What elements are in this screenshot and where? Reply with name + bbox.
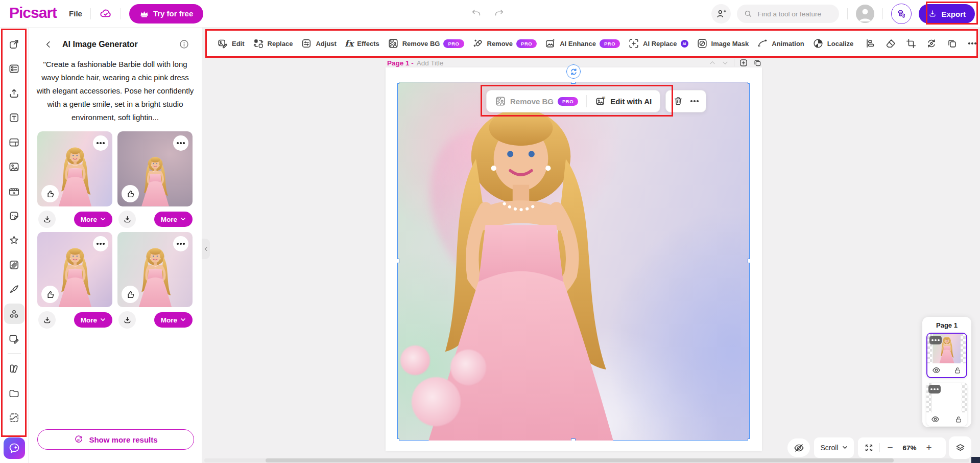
like-button[interactable] — [41, 286, 59, 303]
more-button[interactable]: More — [74, 312, 112, 328]
float-edit-with-ai-button[interactable]: AI Edit with AI — [595, 96, 652, 107]
folders-icon[interactable] — [4, 383, 25, 403]
page-down-icon[interactable] — [721, 59, 729, 67]
horizontal-scrollbar[interactable] — [204, 458, 969, 462]
more-button[interactable]: More — [154, 212, 193, 227]
resize-icon[interactable] — [4, 34, 25, 54]
zoom-level[interactable]: 67% — [900, 444, 919, 452]
selected-image[interactable] — [397, 82, 750, 441]
canvas-page[interactable] — [386, 67, 762, 451]
generated-image-2[interactable] — [117, 131, 193, 206]
selection-handle[interactable] — [748, 438, 750, 441]
file-menu[interactable]: File — [69, 9, 82, 18]
more-button[interactable]: More — [74, 212, 112, 227]
info-icon[interactable] — [179, 39, 189, 50]
download-button[interactable] — [118, 311, 136, 329]
avatar[interactable] — [856, 5, 874, 23]
scrollbar-thumb[interactable] — [266, 458, 894, 462]
visibility-icon[interactable] — [931, 415, 940, 424]
invite-user-icon[interactable] — [711, 4, 731, 24]
layers-button[interactable] — [949, 436, 971, 459]
tool-image-mask[interactable]: Image Mask — [697, 38, 749, 49]
cutout-icon[interactable] — [4, 407, 25, 428]
try-for-free-button[interactable]: Try for free — [129, 4, 203, 24]
layer-thumbnail[interactable] — [926, 383, 967, 412]
redo-button[interactable] — [491, 6, 507, 21]
like-button[interactable] — [122, 185, 139, 202]
thumbnail-menu-button[interactable] — [173, 236, 188, 251]
delete-icon[interactable] — [673, 96, 683, 106]
selection-handle[interactable] — [571, 438, 576, 441]
download-button[interactable] — [38, 311, 56, 329]
eraser-icon[interactable] — [882, 35, 899, 52]
selection-handle[interactable] — [571, 82, 576, 84]
search-input[interactable] — [757, 10, 831, 18]
cloud-saved-icon[interactable] — [99, 7, 112, 20]
apps-icon[interactable] — [4, 304, 25, 324]
selection-handle[interactable] — [397, 259, 399, 263]
tool-edit[interactable]: Edit — [217, 38, 245, 49]
thumbnail-menu-button[interactable] — [93, 236, 108, 251]
download-button[interactable] — [38, 211, 56, 228]
crop-icon[interactable] — [902, 35, 920, 52]
page-title-placeholder[interactable]: Add Title — [417, 59, 444, 67]
unlock-icon[interactable] — [954, 415, 963, 424]
stickers-icon[interactable] — [4, 205, 25, 226]
styles-icon[interactable] — [4, 358, 25, 379]
layer-menu-icon[interactable] — [929, 336, 942, 344]
tool-ai-replace[interactable]: AI ReplaceAI — [628, 38, 688, 49]
unlock-icon[interactable] — [953, 366, 962, 375]
duplicate-icon[interactable] — [943, 35, 961, 52]
fullscreen-icon[interactable] — [864, 443, 874, 453]
rotate-icon[interactable] — [923, 35, 940, 52]
float-remove-bg-button[interactable]: Remove BG PRO — [495, 96, 578, 107]
tool-adjust[interactable]: Adjust — [301, 38, 336, 49]
visibility-icon[interactable] — [932, 366, 941, 375]
draw-icon[interactable] — [4, 279, 25, 299]
like-button[interactable] — [122, 286, 139, 303]
layer-thumbnail[interactable] — [927, 334, 966, 363]
scroll-mode-dropdown[interactable]: Scroll — [814, 437, 854, 458]
tool-replace[interactable]: Replace — [253, 38, 293, 49]
layer-menu-icon[interactable] — [928, 385, 941, 393]
collapse-panel-button[interactable] — [202, 239, 210, 259]
more-options-icon[interactable] — [690, 100, 699, 102]
zoom-in-button[interactable]: + — [924, 442, 934, 453]
back-button[interactable] — [44, 40, 53, 49]
show-more-results-button[interactable]: p Show more results — [37, 429, 194, 450]
videos-icon[interactable] — [4, 181, 25, 201]
generated-image-3[interactable] — [37, 232, 112, 307]
thumbnail-menu-button[interactable] — [93, 135, 108, 151]
selection-handle[interactable] — [748, 259, 750, 263]
picsart-logo[interactable]: Picsart — [9, 4, 57, 21]
ai-edit-icon[interactable] — [4, 328, 25, 349]
tool-remove-bg[interactable]: Remove BGPRO — [388, 38, 464, 49]
align-icon[interactable] — [862, 35, 879, 52]
tool-localize[interactable]: Localize — [812, 38, 853, 49]
add-page-icon[interactable] — [739, 58, 748, 67]
download-button[interactable] — [118, 211, 136, 228]
search-bar[interactable] — [737, 5, 839, 23]
selection-handle[interactable] — [397, 438, 399, 441]
export-button[interactable]: Export — [919, 4, 975, 24]
generated-image-1[interactable] — [37, 131, 112, 206]
tool-animation[interactable]: Animation — [757, 38, 804, 49]
zoom-out-button[interactable]: − — [886, 442, 895, 453]
uploads-icon[interactable] — [4, 83, 25, 103]
photos-icon[interactable] — [4, 156, 25, 177]
more-button[interactable]: More — [154, 312, 193, 328]
tool-ai-enhance[interactable]: AI EnhancePRO — [545, 38, 620, 49]
ai-assistant-icon[interactable] — [4, 437, 25, 459]
layouts-icon[interactable] — [4, 132, 25, 152]
selection-handle[interactable] — [748, 82, 750, 84]
tool-remove[interactable]: RemovePRO — [472, 38, 537, 49]
elements-icon[interactable] — [4, 230, 25, 250]
layer-card[interactable] — [926, 383, 967, 426]
selection-handle[interactable] — [397, 82, 399, 84]
text-icon[interactable] — [4, 107, 25, 128]
tool-effects[interactable]: fxEffects — [345, 38, 379, 49]
rotate-handle[interactable] — [566, 64, 581, 79]
undo-button[interactable] — [469, 6, 484, 21]
generated-image-4[interactable] — [117, 232, 193, 307]
background-icon[interactable] — [4, 254, 25, 275]
